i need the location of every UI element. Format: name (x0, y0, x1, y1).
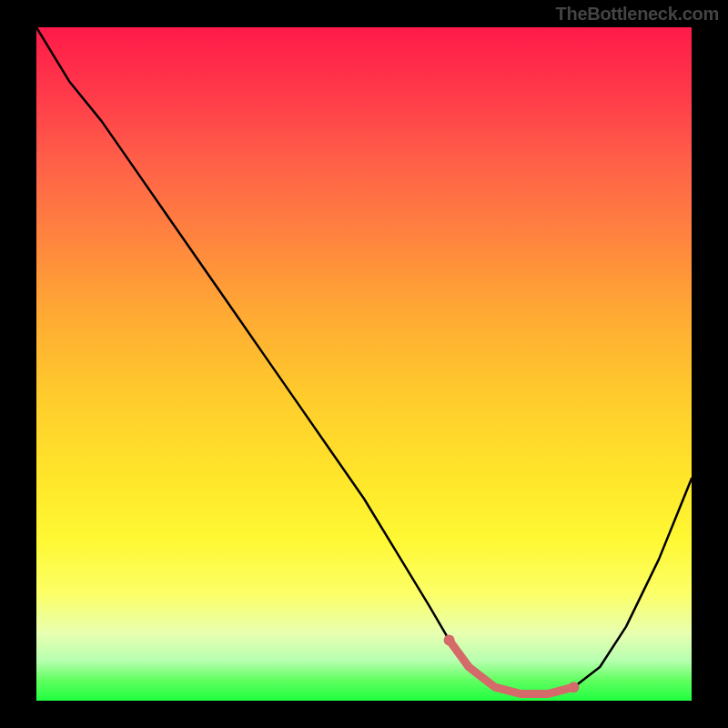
bottleneck-curve (36, 27, 692, 694)
plot-area (36, 27, 692, 701)
optimal-range-highlight (450, 640, 574, 693)
highlight-start-dot (444, 634, 455, 645)
highlight-end-dot (568, 682, 579, 693)
chart-svg (36, 27, 692, 701)
watermark-text: TheBottleneck.com (556, 4, 719, 25)
